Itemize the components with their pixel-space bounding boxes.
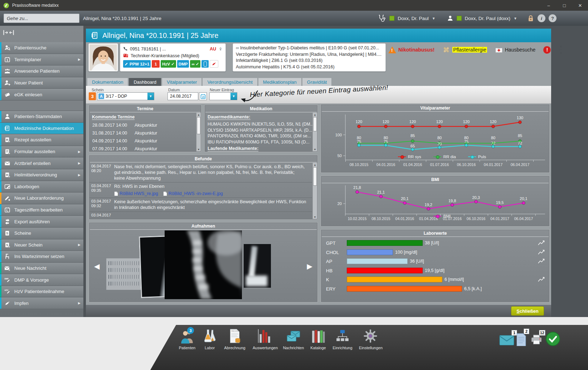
lab-value: 100 [mg/dl] xyxy=(395,250,417,255)
help-button[interactable]: ? xyxy=(549,14,557,22)
sidebar-item-ins-wartezimmer-setzen[interactable]: Ins Wartezimmer setzen xyxy=(0,251,83,263)
tab-medikationsplan[interactable]: Medikationsplan xyxy=(258,78,301,86)
dock: 3PatientenLaborRECHNUAbrechnungAuswertun… xyxy=(150,325,588,370)
sidebar-item-neue-laboranforderung[interactable]: Neue Laboranforderung xyxy=(0,193,83,204)
calendar-badge[interactable]: 1 xyxy=(152,60,160,68)
medication-line[interactable]: OLYSIO 150MG HARTKAPSELN, HKP, 28St, k.A… xyxy=(205,127,317,133)
patient-photo[interactable] xyxy=(88,43,118,72)
hzv-badge[interactable]: HzV ✓ xyxy=(161,60,176,68)
dock-item-einrichtung[interactable]: Einrichtung xyxy=(331,328,354,350)
info-button[interactable]: i xyxy=(538,14,545,22)
termine-scrollbar[interactable]: ▲▼ xyxy=(196,113,201,151)
befund-row[interactable]: 03.04.201709:32Keine äußerlichen Verletz… xyxy=(89,198,312,211)
termin-row[interactable]: 04.09.2017 14:00Akupunktur xyxy=(89,137,201,145)
tab-vitalparameter[interactable]: Vitalparameter xyxy=(162,78,201,86)
sidebar-item-terminplaner[interactable]: 1Terminplaner▶ xyxy=(0,54,83,66)
check-status-icon[interactable] xyxy=(545,331,560,346)
sidebar-item-medizinische-dokumentation[interactable]: Medizinische Dokumentation xyxy=(0,123,83,135)
alert-exclamation-icon[interactable]: ! xyxy=(543,46,551,54)
sidebar-item-patientensuche[interactable]: Patientensuche xyxy=(0,42,83,54)
person-plus-icon xyxy=(0,80,14,86)
sidebar-item-heilmittelverordnung[interactable]: HHeilmittelverordnung▶ xyxy=(0,169,83,181)
datum-input[interactable]: 24.08.2017 xyxy=(167,92,198,100)
expand-panel-icon[interactable] xyxy=(559,45,563,55)
printer-status-icon[interactable]: 12 xyxy=(530,334,543,345)
xray-thumbnail-profile[interactable] xyxy=(244,244,271,288)
tab-dokumentation[interactable]: Dokumentation xyxy=(87,78,128,86)
carousel-prev-icon[interactable]: ◀ xyxy=(94,262,99,271)
trend-icon[interactable] xyxy=(538,240,545,245)
attachment-link[interactable]: RöBild_HWS -in-zwei-E.jpg xyxy=(163,191,223,196)
sidebar-item-hzv-patiententeilnahme[interactable]: HZVHzV Patiententeilnahme xyxy=(0,286,83,298)
sidebar-collapse-button[interactable] xyxy=(3,29,14,36)
xray-main-neck[interactable] xyxy=(165,230,242,299)
sidebar-item-egk-einlesen[interactable]: eGK einlesen xyxy=(0,89,83,101)
dock-item-patienten[interactable]: 3Patienten xyxy=(176,328,199,350)
dock-item-einstellungen[interactable]: Einstellungen xyxy=(359,328,382,350)
trend-icon[interactable] xyxy=(538,250,545,255)
doc-list-icon xyxy=(91,31,99,39)
behandler-select[interactable]: Doxx, Dr. Paul xyxy=(398,16,428,21)
close-button[interactable]: Schließen xyxy=(511,306,544,316)
document-status-icon[interactable]: 2 xyxy=(516,333,526,346)
termin-row[interactable]: 28.08.2017 14:00Akupunktur xyxy=(89,121,201,129)
sidebar-item-impfen[interactable]: Impfen▶ xyxy=(0,297,83,309)
chevron-down-icon[interactable]: ▼ xyxy=(147,93,154,100)
lock-icon[interactable] xyxy=(527,15,534,22)
sidebar-item-arztbrief-erstellen[interactable]: Arztbrief erstellen▶ xyxy=(0,157,83,169)
termin-row[interactable]: 31.08.2017 14:00Akupunktur xyxy=(89,129,201,137)
carousel-next-icon[interactable]: ▶ xyxy=(307,262,312,271)
tab-verordnungsübersicht[interactable]: Verordnungsübersicht xyxy=(203,78,257,86)
dock-item-nachrichten[interactable]: Nachrichten xyxy=(282,328,305,350)
dock-item-abrechnung[interactable]: RECHNUAbrechnung xyxy=(223,328,246,350)
befund-row[interactable]: 06.04.201708:20Nase frei, nicht deformie… xyxy=(89,163,312,182)
medication-line[interactable]: IBU RATIOPHARM 600MG FTA, FTA, 100St, N3… xyxy=(205,139,317,145)
infinity-badge[interactable]: ∞ ✓ xyxy=(190,60,200,68)
sidebar-item-neuer-schein[interactable]: SNeuer Schein▶ xyxy=(0,239,83,251)
neuer-eintrag-label: Neuer Eintrag xyxy=(210,88,234,92)
maximize-button[interactable]: □ xyxy=(557,0,572,11)
sidebar-item-dmp-vorsorge[interactable]: DMPDMP & Vorsorge xyxy=(0,274,83,286)
smartphone-badge[interactable] xyxy=(201,60,209,68)
medikation-scrollbar[interactable]: ▲▼ xyxy=(312,113,317,151)
close-window-button[interactable]: ✕ xyxy=(572,0,588,11)
befund-row[interactable]: 03.04.201709:35Rö: HWS in zwei EbenenRöB… xyxy=(89,182,312,198)
befunde-scrollbar[interactable]: ▲▼ xyxy=(312,163,317,219)
termin-row[interactable]: 07.09.2017 14:00Akupunktur xyxy=(89,145,201,152)
svg-text:120: 120 xyxy=(356,120,362,124)
medication-line[interactable]: PANTOPRAZOL RATIO 40MG, TMR, 100St, (DM … xyxy=(205,133,317,139)
chevron-down-icon[interactable]: ▼ xyxy=(514,16,517,20)
sidebar-item-rezept-ausstellen[interactable]: RRezept ausstellen xyxy=(0,134,83,146)
mail-status-icon[interactable]: 1 xyxy=(499,334,514,346)
sidebar-item-export-ausf-hren[interactable]: Export ausführen xyxy=(0,216,83,228)
sidebar-item-formular-ausstellen[interactable]: Formular ausstellen▶ xyxy=(0,146,83,158)
trend-icon[interactable] xyxy=(538,277,545,282)
sidebar-item-laborbogen[interactable]: Laborbogen xyxy=(0,181,83,193)
medication-line[interactable]: HUMALOG KWIKPEN INJEKTLSG, ILO, 5St, N1 … xyxy=(205,121,317,127)
chevron-down-icon[interactable]: ▼ xyxy=(230,93,237,100)
goto-input[interactable]: Gehe zu... xyxy=(4,14,79,23)
sidebar-item-scheine[interactable]: SScheine xyxy=(0,228,83,239)
sidebar-item-anwesende-patienten[interactable]: Anwesende Patienten xyxy=(0,65,83,77)
sidebar-item-tagesziffern-bearbeiten[interactable]: LTagesziffern bearbeiten xyxy=(0,204,83,216)
dock-item-auswertungen[interactable]: Auswertungen xyxy=(253,328,276,350)
syringe-badge[interactable] xyxy=(210,60,218,68)
minimize-button[interactable]: – xyxy=(541,0,557,11)
user-select[interactable]: Doxx, Dr. Paul (doxx) xyxy=(465,16,511,21)
dmp-badge[interactable]: DMP xyxy=(177,60,189,68)
schein-select[interactable]: A 3/17 - DOP ▼ xyxy=(97,92,154,100)
chair-icon xyxy=(0,253,14,259)
trend-icon[interactable] xyxy=(538,259,545,264)
ppw-badge[interactable]: PPW 12+1 xyxy=(123,60,151,68)
chevron-down-icon[interactable]: ▼ xyxy=(432,16,436,20)
calendar-picker-icon[interactable]: 15 xyxy=(199,92,207,100)
attachment-link[interactable]: RöBild HWS_re.jpg xyxy=(114,191,158,196)
dock-item-kataloge[interactable]: Kataloge xyxy=(307,328,330,350)
tab-gravidität[interactable]: Gravidität xyxy=(302,78,332,86)
tab-dashboard[interactable]: Dashboard xyxy=(129,78,161,86)
dock-item-labor[interactable]: Labor xyxy=(198,328,221,350)
sidebar-item-patienten-stammdaten[interactable]: Patienten-Stammdaten xyxy=(0,111,83,123)
sidebar-item-neuer-patient[interactable]: Neuer Patient xyxy=(0,77,83,89)
neuer-eintrag-select[interactable]: ▼ xyxy=(209,92,237,100)
sidebar-item-neue-nachricht[interactable]: Neue Nachricht xyxy=(0,263,83,274)
